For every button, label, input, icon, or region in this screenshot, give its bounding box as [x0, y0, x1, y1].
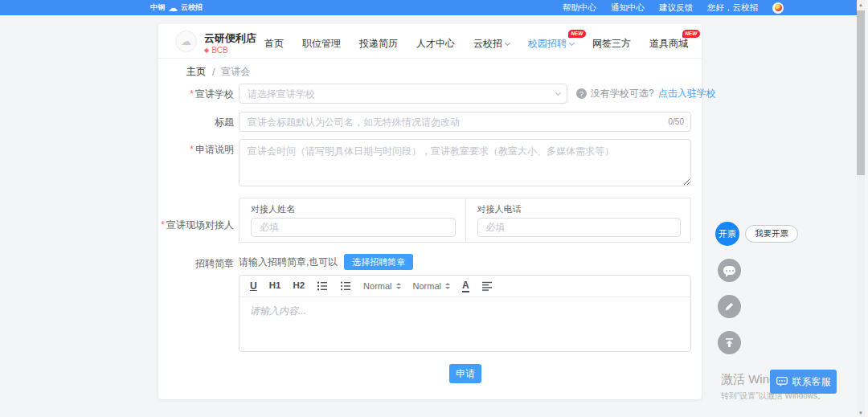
school-help-text: 没有学校可选?: [591, 87, 654, 100]
editor-content[interactable]: 请输入内容...: [240, 297, 690, 352]
text-color-button[interactable]: A: [462, 280, 469, 292]
editor-toolbar: U H1 H2 Normal Normal A: [240, 276, 690, 297]
chat-fab-button[interactable]: [718, 259, 741, 282]
company-name: 云研便利店: [204, 31, 256, 46]
rich-text-editor: U H1 H2 Normal Normal A 请输入内容...: [239, 275, 691, 352]
school-select: [239, 84, 567, 104]
school-select-input[interactable]: [239, 84, 567, 104]
cloud-icon: ☁: [181, 35, 191, 47]
heading1-button[interactable]: H1: [269, 281, 281, 291]
greeting-user-link[interactable]: 您好，云校招: [707, 2, 758, 14]
main-card: ☁ 云研便利店 ◆ BCB 首页 职位管理 投递简历 人才中心 云校招 校园招聘…: [158, 24, 702, 399]
nav-job-management[interactable]: 职位管理: [302, 37, 341, 51]
topbar-menu: 帮助中心 通知中心 建议反馈 您好，云校招: [563, 0, 784, 15]
header-divider: [158, 58, 702, 59]
required-mark: *: [190, 144, 194, 155]
description-textarea[interactable]: [239, 139, 691, 186]
description-label: *申请说明: [158, 144, 234, 155]
chevron-down-icon: [569, 39, 575, 45]
nav-yunxiaozhao[interactable]: 云校招: [473, 37, 510, 51]
underline-button[interactable]: U: [250, 281, 257, 291]
brochure-hint: 请输入招聘简章,也可以: [239, 256, 338, 269]
company-avatar: ☁: [175, 31, 197, 52]
back-to-top-button[interactable]: [718, 331, 741, 354]
breadcrumb-current: 宣讲会: [221, 65, 250, 79]
font-format-select[interactable]: Normal: [413, 281, 450, 291]
main-nav: 首页 职位管理 投递简历 人才中心 云校招 校园招聘NEW 网签三方 道具商城N…: [264, 37, 688, 51]
updown-icon: [396, 283, 401, 289]
cloud-icon: ☁: [168, 3, 178, 13]
logo-text-left: 中钢: [150, 2, 165, 13]
apply-button[interactable]: 申请: [449, 364, 481, 383]
title-input[interactable]: [239, 112, 691, 132]
char-counter: 0/50: [669, 117, 684, 126]
new-badge: NEW: [568, 30, 586, 38]
contact-box: 对接人姓名 对接人电话: [239, 198, 691, 243]
feedback-link[interactable]: 建议反馈: [659, 2, 693, 14]
bullet-list-icon[interactable]: [340, 281, 351, 291]
title-label: 标题: [158, 117, 234, 128]
contact-service-button[interactable]: 联系客服: [770, 370, 837, 394]
editor-placeholder: 请输入内容...: [250, 305, 306, 318]
nav-resume-delivery[interactable]: 投递简历: [359, 37, 398, 51]
chevron-down-icon: [505, 39, 510, 45]
edit-fab-button[interactable]: [718, 295, 741, 318]
user-avatar[interactable]: [772, 2, 784, 14]
breadcrumb-separator: /: [212, 67, 215, 78]
chat-icon: [776, 377, 788, 387]
new-badge: NEW: [682, 30, 700, 38]
scroll-up-arrow[interactable]: ▲: [857, 0, 865, 9]
required-mark: *: [161, 219, 165, 231]
contact-name-label: 对接人姓名: [251, 203, 295, 215]
page: 中钢 ☁ 云校招 帮助中心 通知中心 建议反馈 您好，云校招 ☁ 云研便利店 ◆…: [0, 0, 868, 417]
required-mark: *: [190, 88, 194, 100]
updown-icon: [445, 283, 450, 289]
company-badge: ◆ BCB: [204, 46, 228, 55]
nav-prop-mall[interactable]: 道具商城NEW: [649, 37, 688, 51]
contact-phone-input[interactable]: [477, 218, 682, 237]
ordered-list-icon[interactable]: [317, 281, 328, 291]
topbar: 中钢 ☁ 云校招 帮助中心 通知中心 建议反馈 您好，云校招: [0, 0, 857, 15]
scrollbar[interactable]: ▲ ▼: [857, 0, 865, 417]
brochure-label: 招聘简章: [158, 258, 234, 269]
scrollbar-thumb[interactable]: [857, 10, 865, 175]
school-help: ? 没有学校可选? 点击入驻学校: [576, 84, 716, 104]
title-field: 0/50: [239, 112, 691, 132]
choose-brochure-button[interactable]: 选择招聘简章: [344, 254, 413, 270]
top-arrow-icon: [724, 337, 735, 348]
heading2-button[interactable]: H2: [293, 281, 305, 291]
contact-phone-cell: 对接人电话: [465, 198, 691, 242]
logo-text-right: 云校招: [181, 2, 203, 13]
contact-name-cell: 对接人姓名: [240, 198, 465, 242]
nav-talent-center[interactable]: 人才中心: [416, 37, 455, 51]
paragraph-format-select[interactable]: Normal: [363, 281, 400, 291]
brochure-row: 请输入招聘简章,也可以 选择招聘简章: [239, 254, 413, 270]
register-school-link[interactable]: 点击入驻学校: [658, 87, 716, 100]
school-label: *宣讲学校: [158, 88, 234, 100]
notification-center-link[interactable]: 通知中心: [611, 2, 645, 14]
align-left-icon[interactable]: [481, 281, 493, 291]
site-logo: 中钢 ☁ 云校招: [150, 0, 203, 15]
breadcrumb-home[interactable]: 主页: [186, 65, 206, 79]
breadcrumb: 主页 / 宣讲会: [186, 65, 250, 79]
scroll-down-arrow[interactable]: ▼: [857, 408, 865, 417]
badge-icon: ◆: [204, 47, 209, 54]
help-center-link[interactable]: 帮助中心: [563, 2, 596, 14]
contact-name-input[interactable]: [251, 218, 456, 237]
contact-phone-label: 对接人电话: [477, 203, 522, 215]
nav-tripartite[interactable]: 网签三方: [592, 37, 631, 51]
nav-home[interactable]: 首页: [264, 37, 284, 51]
nav-campus-recruit[interactable]: 校园招聘NEW: [528, 37, 574, 51]
invoice-button[interactable]: 开票: [715, 222, 739, 246]
contact-label: *宣讲现场对接人: [158, 219, 234, 231]
chat-bubble-icon: [723, 266, 735, 275]
pencil-icon: [724, 301, 735, 312]
invoice-request-button[interactable]: 我要开票: [745, 225, 798, 243]
question-icon: ?: [576, 88, 587, 99]
